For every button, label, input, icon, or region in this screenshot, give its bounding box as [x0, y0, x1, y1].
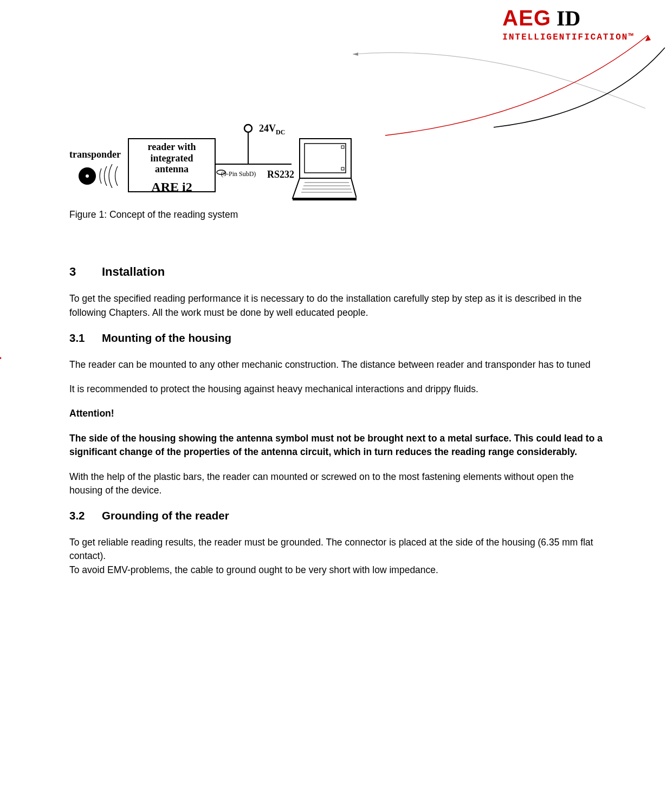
- margin-marker-icon: [0, 355, 2, 361]
- tagline: INTELLIGENTIFICATION™: [502, 31, 634, 43]
- body-text-bold: The side of the housing showing the ante…: [69, 432, 608, 459]
- body-text: It is recommended to protect the housing…: [69, 382, 608, 396]
- voltage-sub: DC: [276, 128, 285, 136]
- logo-main: AEG: [502, 3, 551, 33]
- section-title: Mounting of the housing: [102, 332, 231, 344]
- body-text: To get reliable reading results, the rea…: [69, 536, 608, 563]
- voltage-label: 24VDC: [259, 122, 285, 137]
- system-diagram: transponder reader with integrated anten…: [69, 122, 362, 206]
- section-number: 3: [69, 264, 102, 281]
- reader-line3: antenna: [129, 164, 215, 175]
- attention-label: Attention!: [69, 407, 608, 420]
- section-title: Grounding of the reader: [102, 509, 229, 522]
- svg-point-3: [86, 174, 89, 178]
- reader-line2: integrated: [129, 153, 215, 164]
- section-3-2-heading: 3.2Grounding of the reader: [69, 508, 608, 524]
- svg-rect-13: [293, 198, 357, 200]
- reader-model: ARE i2: [129, 178, 215, 197]
- body-text: With the help of the plastic bars, the r…: [69, 470, 608, 498]
- section-title: Installation: [102, 265, 165, 278]
- rs232-label: RS232: [267, 168, 294, 181]
- logo-sub: ID: [556, 3, 580, 34]
- figure-caption: Figure 1: Concept of the reading system: [69, 208, 608, 222]
- transponder-label: transponder: [69, 148, 121, 161]
- voltage-main: 24V: [259, 123, 276, 134]
- transponder-icon: [77, 164, 121, 188]
- section-3-heading: 3Installation: [69, 264, 608, 281]
- svg-marker-0: [353, 53, 358, 56]
- section-3-1-heading: 3.1Mounting of the housing: [69, 330, 608, 346]
- reader-box: reader with integrated antenna ARE i2: [128, 138, 216, 192]
- svg-point-6: [244, 125, 252, 132]
- pin-label: (9-Pin SubD): [221, 170, 256, 179]
- body-text: To get the specified reading performance…: [69, 292, 608, 320]
- svg-marker-1: [645, 35, 651, 41]
- brand-header: AEG ID INTELLIGENTIFICATION™: [502, 3, 634, 43]
- body-text: To avoid EMV-problems, the cable to grou…: [69, 563, 608, 577]
- section-number: 3.1: [69, 330, 102, 346]
- svg-marker-12: [293, 178, 357, 198]
- reader-line1: reader with: [129, 141, 215, 153]
- page-content: transponder reader with integrated anten…: [69, 122, 608, 588]
- laptop-icon: [292, 136, 357, 201]
- body-text: The reader can be mounted to any other m…: [69, 358, 608, 372]
- section-number: 3.2: [69, 508, 102, 524]
- svg-rect-9: [305, 144, 346, 173]
